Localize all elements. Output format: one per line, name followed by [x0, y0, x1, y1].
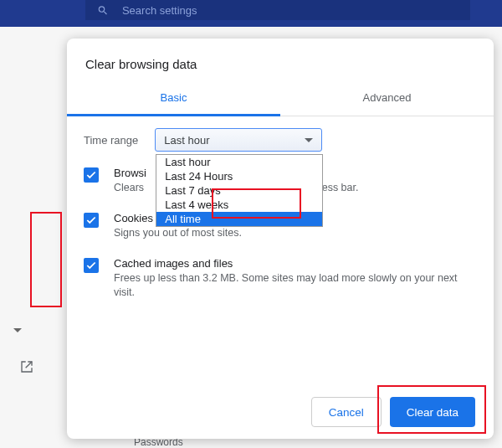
dialog-actions: Cancel Clear data — [67, 385, 494, 439]
cache-desc: Frees up less than 3.2 MB. Some sites ma… — [114, 271, 477, 300]
time-range-value: Last hour — [164, 134, 209, 147]
open-external-icon[interactable] — [20, 360, 33, 377]
time-range-select[interactable]: Last hour Last hour Last 24 Hours Last 7… — [155, 128, 322, 152]
tab-basic[interactable]: Basic — [67, 83, 280, 116]
cancel-button[interactable]: Cancel — [311, 397, 382, 427]
time-range-dropdown: Last hour Last 24 Hours Last 7 days Last… — [156, 154, 323, 227]
search-input[interactable] — [122, 4, 458, 17]
settings-header — [0, 0, 502, 27]
checkbox-cookies[interactable] — [84, 213, 99, 228]
cache-texts: Cached images and files Frees up less th… — [114, 257, 477, 300]
checkbox-cache[interactable] — [84, 258, 99, 273]
chevron-down-icon — [305, 138, 313, 142]
cookies-desc: Signs you out of most sites. — [114, 226, 246, 240]
option-last-4-weeks[interactable]: Last 4 weeks — [156, 198, 322, 212]
time-range-label: Time range — [84, 134, 138, 147]
cache-title: Cached images and files — [114, 257, 477, 270]
search-icon — [97, 4, 109, 17]
dialog-content: Time range Last hour Last hour Last 24 H… — [67, 116, 494, 385]
option-last-7-days[interactable]: Last 7 days — [156, 183, 322, 198]
search-settings-field[interactable] — [85, 0, 470, 20]
clear-browsing-data-dialog: Clear browsing data Basic Advanced Time … — [67, 39, 494, 439]
section-chevron-icon[interactable] — [13, 328, 22, 332]
dialog-tabs: Basic Advanced — [67, 83, 494, 116]
tab-advanced[interactable]: Advanced — [280, 83, 494, 116]
dialog-title: Clear browsing data — [67, 39, 494, 83]
row-cache: Cached images and files Frees up less th… — [84, 257, 477, 300]
time-range-row: Time range Last hour Last hour Last 24 H… — [84, 128, 477, 152]
clear-data-button[interactable]: Clear data — [390, 397, 475, 427]
checkbox-browsing-history[interactable] — [84, 167, 99, 183]
option-last-24-hours[interactable]: Last 24 Hours — [156, 169, 322, 183]
option-all-time[interactable]: All time — [156, 212, 322, 226]
option-last-hour[interactable]: Last hour — [156, 155, 322, 169]
